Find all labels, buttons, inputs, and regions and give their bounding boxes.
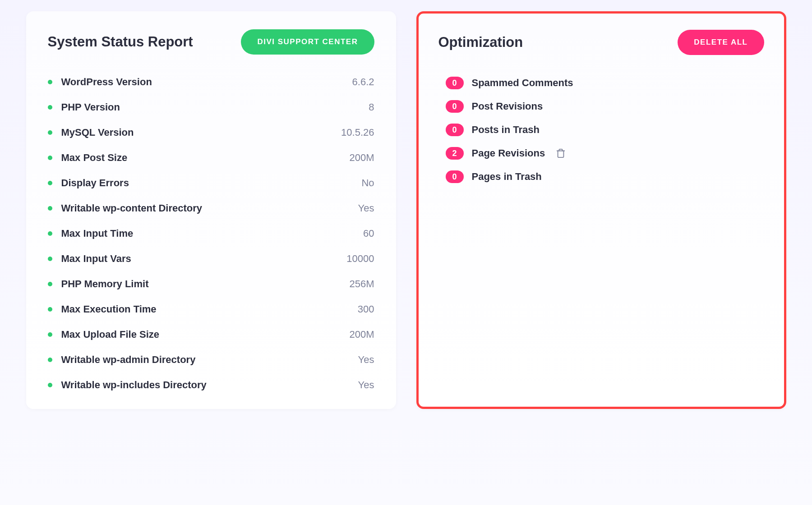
status-row: MySQL Version10.5.26	[48, 127, 374, 138]
status-label: Writable wp-includes Directory	[61, 379, 207, 391]
status-list: WordPress Version6.6.2PHP Version8MySQL …	[48, 76, 374, 391]
optimization-row: 2Page Revisions	[446, 147, 764, 160]
status-dot-icon	[48, 206, 52, 211]
status-label: MySQL Version	[61, 127, 134, 138]
status-row-left: PHP Memory Limit	[48, 278, 149, 290]
status-row-left: Max Post Size	[48, 152, 128, 164]
status-row-left: MySQL Version	[48, 127, 134, 138]
status-label: Max Input Time	[61, 228, 134, 239]
status-dot-icon	[48, 282, 52, 286]
status-value: 300	[358, 303, 374, 315]
status-row: Writable wp-includes DirectoryYes	[48, 379, 374, 391]
status-row-left: Max Execution Time	[48, 303, 157, 315]
optimization-label: Pages in Trash	[472, 171, 542, 183]
divi-support-center-button[interactable]: DIVI SUPPORT CENTER	[241, 29, 374, 55]
status-row: Writable wp-admin DirectoryYes	[48, 354, 374, 366]
optimization-label: Page Revisions	[472, 147, 545, 159]
status-row: Max Input Vars10000	[48, 253, 374, 265]
status-row: PHP Memory Limit256M	[48, 278, 374, 290]
status-value: Yes	[358, 379, 374, 391]
status-value: Yes	[358, 202, 374, 214]
status-row: Max Upload File Size200M	[48, 329, 374, 340]
status-row: Max Execution Time300	[48, 303, 374, 315]
status-label: Display Errors	[61, 177, 129, 189]
count-badge: 0	[446, 170, 464, 183]
status-row: PHP Version8	[48, 101, 374, 113]
trash-icon[interactable]	[556, 148, 566, 158]
card-header: System Status Report DIVI SUPPORT CENTER	[48, 29, 374, 55]
status-row: Writable wp-content DirectoryYes	[48, 202, 374, 214]
optimization-label: Post Revisions	[472, 101, 543, 112]
status-dot-icon	[48, 383, 52, 387]
status-dot-icon	[48, 332, 52, 337]
status-row-left: Writable wp-content Directory	[48, 202, 203, 214]
status-row-left: Max Input Time	[48, 228, 134, 239]
delete-all-button[interactable]: DELETE ALL	[678, 30, 764, 55]
status-row: Max Post Size200M	[48, 152, 374, 164]
status-dot-icon	[48, 156, 52, 160]
status-value: 8	[369, 101, 374, 113]
status-label: PHP Version	[61, 101, 120, 113]
status-row-left: Display Errors	[48, 177, 129, 189]
status-label: Max Input Vars	[61, 253, 131, 265]
status-value: 200M	[349, 152, 374, 164]
status-dot-icon	[48, 307, 52, 312]
status-dot-icon	[48, 105, 52, 110]
status-label: Writable wp-admin Directory	[61, 354, 196, 366]
status-value: 10000	[346, 253, 374, 265]
status-row-left: PHP Version	[48, 101, 120, 113]
status-dot-icon	[48, 80, 52, 84]
status-label: Max Post Size	[61, 152, 128, 164]
status-dot-icon	[48, 358, 52, 362]
card-header: Optimization DELETE ALL	[438, 30, 764, 55]
status-dot-icon	[48, 231, 52, 236]
status-dot-icon	[48, 257, 52, 261]
count-badge: 0	[446, 124, 464, 136]
status-label: Writable wp-content Directory	[61, 202, 203, 214]
optimization-list: 0Spammed Comments0Post Revisions0Posts i…	[438, 77, 764, 183]
status-value: 200M	[349, 329, 374, 340]
optimization-row: 0Posts in Trash	[446, 124, 764, 136]
status-value: 10.5.26	[341, 127, 374, 138]
status-label: PHP Memory Limit	[61, 278, 149, 290]
optimization-label: Spammed Comments	[472, 77, 573, 89]
optimization-card: Optimization DELETE ALL 0Spammed Comment…	[416, 11, 786, 409]
status-row: Display ErrorsNo	[48, 177, 374, 189]
optimization-title: Optimization	[438, 34, 523, 50]
status-value: No	[361, 177, 374, 189]
status-row-left: Writable wp-admin Directory	[48, 354, 196, 366]
status-label: WordPress Version	[61, 76, 152, 88]
optimization-row: 0Spammed Comments	[446, 77, 764, 89]
status-value: 6.6.2	[352, 76, 374, 88]
optimization-row: 0Post Revisions	[446, 100, 764, 113]
count-badge: 0	[446, 100, 464, 113]
count-badge: 2	[446, 147, 464, 160]
status-dot-icon	[48, 181, 52, 185]
count-badge: 0	[446, 77, 464, 89]
status-label: Max Upload File Size	[61, 329, 160, 340]
optimization-label: Posts in Trash	[472, 124, 540, 136]
status-row: Max Input Time60	[48, 228, 374, 239]
status-row-left: WordPress Version	[48, 76, 152, 88]
status-row: WordPress Version6.6.2	[48, 76, 374, 88]
status-row-left: Max Input Vars	[48, 253, 131, 265]
system-status-title: System Status Report	[48, 34, 193, 50]
status-value: 256M	[349, 278, 374, 290]
status-dot-icon	[48, 130, 52, 135]
system-status-card: System Status Report DIVI SUPPORT CENTER…	[26, 11, 396, 409]
status-row-left: Writable wp-includes Directory	[48, 379, 207, 391]
status-value: Yes	[358, 354, 374, 366]
status-value: 60	[363, 228, 374, 239]
status-label: Max Execution Time	[61, 303, 157, 315]
status-row-left: Max Upload File Size	[48, 329, 160, 340]
optimization-row: 0Pages in Trash	[446, 170, 764, 183]
